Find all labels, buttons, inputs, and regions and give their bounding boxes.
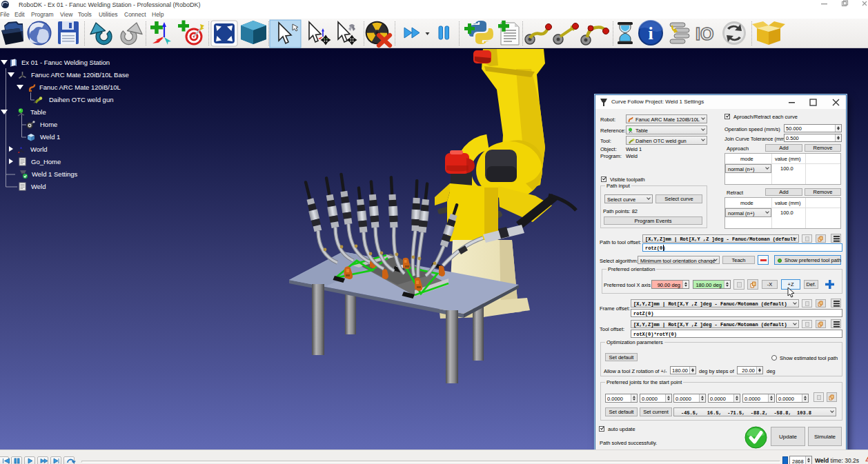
svg-text:IO: IO — [696, 24, 713, 43]
svg-text:i: i — [648, 23, 653, 43]
